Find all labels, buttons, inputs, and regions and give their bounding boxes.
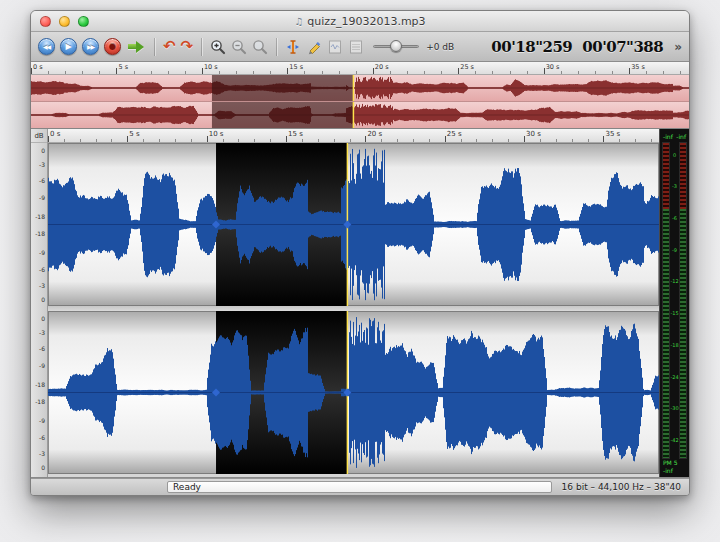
- selection-end-time-display: 00'18"259: [491, 38, 572, 56]
- gain-value-label: +0 dB: [426, 42, 454, 52]
- overview-strip: 0 s5 s10 s15 s20 s25 s30 s35 s: [31, 62, 689, 129]
- zoom-in-button[interactable]: [210, 39, 226, 55]
- overview-right-waveform[interactable]: [31, 102, 689, 128]
- db-unit-label: dB: [31, 129, 47, 143]
- right-channel-waveform[interactable]: [48, 311, 659, 474]
- gain-slider[interactable]: [373, 40, 419, 53]
- status-message: Ready: [173, 482, 201, 492]
- go-to-selection-button[interactable]: [128, 41, 144, 53]
- minimize-button[interactable]: [59, 16, 70, 27]
- audio-file-icon: ♫: [294, 16, 303, 27]
- play-button[interactable]: ▶: [60, 38, 77, 55]
- snapshot-doc-button[interactable]: [327, 39, 343, 55]
- window-title: ♫ quizz_19032013.mp3: [294, 15, 425, 28]
- meter-bottom-label: -inf: [663, 467, 687, 475]
- overview-left-waveform[interactable]: [31, 75, 689, 101]
- overview-channels: [31, 75, 689, 128]
- redo-button[interactable]: ↷: [181, 39, 194, 54]
- overview-time-ruler[interactable]: 0 s5 s10 s15 s20 s25 s30 s35 s: [31, 62, 689, 75]
- left-channel-waveform[interactable]: [48, 143, 659, 306]
- main-editor-area: dB 0-3-6-9-18-18-9-6-30 0-3-6-9-18-18-9-…: [31, 129, 689, 478]
- right-level-meter: [679, 142, 687, 459]
- toolbar-overflow-chevron[interactable]: »: [674, 40, 682, 54]
- level-meters-panel: -inf -inf 0-3-6-9-12-15-18-24-30-42 PM 5…: [659, 129, 689, 477]
- zoom-window-button[interactable]: [78, 16, 89, 27]
- toolbar-separator: [154, 38, 155, 56]
- close-button[interactable]: [40, 16, 51, 27]
- marker-tool-button[interactable]: [285, 39, 301, 55]
- redo-icon: ↷: [181, 37, 194, 55]
- forward-button[interactable]: ▶▶: [82, 38, 99, 55]
- compare-doc-button[interactable]: [348, 39, 364, 55]
- selection-length-time-display: 00'07"388: [582, 38, 663, 56]
- undo-icon: ↶: [163, 37, 176, 55]
- db-scale-left-channel: 0-3-6-9-18-18-9-6-30: [31, 143, 47, 306]
- waveform-editor: 0 s5 s10 s15 s20 s25 s30 s35 s: [48, 129, 659, 477]
- record-icon: ●: [109, 42, 116, 51]
- meter-peak-right: -inf: [676, 133, 686, 140]
- left-level-meter: [662, 142, 670, 459]
- pencil-tool-button[interactable]: [306, 39, 322, 55]
- meter-bars: 0-3-6-9-12-15-18-24-30-42: [662, 142, 687, 459]
- window-controls: [40, 16, 89, 27]
- rewind-icon: ◀◀: [43, 43, 50, 50]
- audio-editor-window: ♫ quizz_19032013.mp3 ◀◀ ▶ ▶▶ ● ↶ ↷: [30, 10, 690, 496]
- undo-button[interactable]: ↶: [163, 39, 176, 54]
- rewind-button[interactable]: ◀◀: [38, 38, 55, 55]
- overview-right-channel[interactable]: [31, 102, 689, 128]
- meter-footer: PM 5 -inf: [662, 459, 687, 475]
- meter-peak-labels: -inf -inf: [662, 130, 687, 142]
- zoom-out-button[interactable]: [231, 39, 247, 55]
- meter-db-scale: 0-3-6-9-12-15-18-24-30-42: [670, 142, 679, 459]
- record-button[interactable]: ●: [104, 38, 121, 55]
- document-title: quizz_19032013.mp3: [307, 15, 425, 28]
- main-time-ruler[interactable]: 0 s5 s10 s15 s20 s25 s30 s35 s: [48, 129, 659, 143]
- toolbar-separator: [276, 38, 277, 56]
- right-channel-waveform-panel[interactable]: [48, 311, 659, 474]
- db-scale-right-channel: 0-3-6-9-18-18-9-6-30: [31, 311, 47, 474]
- meter-peak-left: -inf: [663, 133, 673, 140]
- db-scale-gutter: dB 0-3-6-9-18-18-9-6-30 0-3-6-9-18-18-9-…: [31, 129, 48, 477]
- play-icon: ▶: [65, 42, 71, 51]
- gain-slider-knob[interactable]: [390, 40, 402, 52]
- toolbar-separator: [201, 38, 202, 56]
- format-info: 16 bit – 44,100 Hz – 38"40: [562, 482, 681, 492]
- status-message-field: Ready: [167, 481, 552, 493]
- left-channel-waveform-panel[interactable]: [48, 143, 659, 306]
- forward-icon: ▶▶: [87, 43, 94, 50]
- title-bar[interactable]: ♫ quizz_19032013.mp3: [31, 11, 689, 32]
- status-bar: Ready 16 bit – 44,100 Hz – 38"40: [31, 478, 689, 495]
- overview-left-channel[interactable]: [31, 75, 689, 102]
- meter-pm-label: PM 5: [663, 459, 687, 467]
- green-arrow-icon: [128, 44, 136, 49]
- toolbar: ◀◀ ▶ ▶▶ ● ↶ ↷: [31, 32, 689, 62]
- zoom-fit-button[interactable]: [252, 39, 268, 55]
- time-displays: 00'18"259 00'07"388: [491, 38, 663, 56]
